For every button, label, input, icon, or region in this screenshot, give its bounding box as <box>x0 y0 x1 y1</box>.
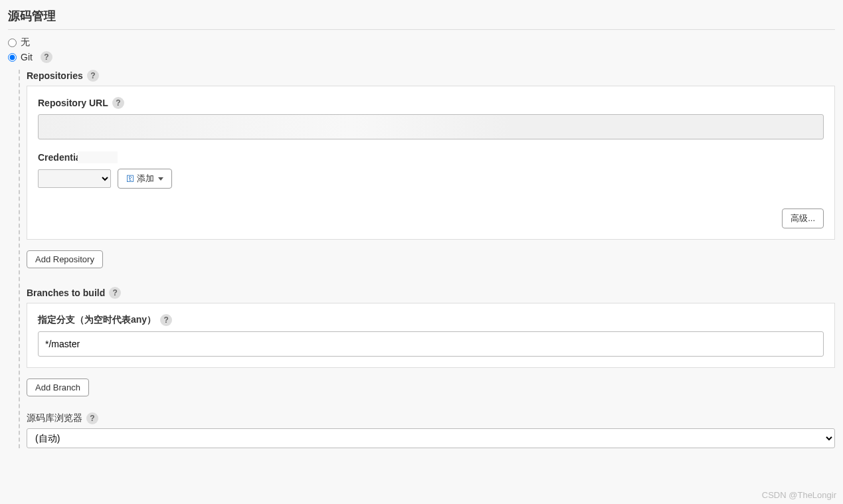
repo-browser-label-text: 源码库浏览器 <box>27 412 82 424</box>
repository-url-input[interactable] <box>38 114 824 139</box>
add-branch-button[interactable]: Add Branch <box>27 378 89 396</box>
repository-box: Repository URL ? Credentials ? ⚿ 添加 高级..… <box>27 86 835 240</box>
branch-box-wrapper: X 指定分支（为空时代表any） ? <box>27 303 835 368</box>
credentials-row: ⚿ 添加 <box>38 169 824 189</box>
branch-specifier-input[interactable] <box>38 331 824 357</box>
add-credentials-label: 添加 <box>137 173 154 185</box>
repository-url-label-text: Repository URL <box>38 98 108 108</box>
scm-git-radio[interactable] <box>8 53 17 62</box>
scm-none-radio[interactable] <box>8 39 17 47</box>
help-icon[interactable]: ? <box>86 412 98 424</box>
branch-box: 指定分支（为空时代表any） ? <box>27 303 835 368</box>
help-icon[interactable]: ? <box>112 97 124 109</box>
scm-git-row: Git ? <box>8 51 835 63</box>
repo-browser-label: 源码库浏览器 ? <box>27 412 835 424</box>
scm-none-label[interactable]: 无 <box>21 37 30 48</box>
help-icon[interactable]: ? <box>109 287 121 299</box>
scm-none-row: 无 <box>8 37 835 48</box>
section-title: 源码管理 <box>8 8 835 30</box>
repositories-label: Repositories ? <box>27 70 835 82</box>
git-config-section: Repositories ? Repository URL ? Credenti… <box>19 70 835 448</box>
repo-browser-select[interactable]: (自动) <box>27 428 835 448</box>
chevron-down-icon <box>158 177 163 181</box>
credentials-label: Credentials ? <box>38 151 824 163</box>
help-icon[interactable]: ? <box>160 314 172 326</box>
advanced-row: 高级... <box>38 209 824 228</box>
branch-specifier-label-text: 指定分支（为空时代表any） <box>38 314 156 326</box>
key-icon: ⚿ <box>126 174 134 183</box>
repositories-label-text: Repositories <box>27 70 83 81</box>
repository-url-label: Repository URL ? <box>38 97 824 109</box>
credentials-select[interactable] <box>38 169 111 188</box>
branch-specifier-label: 指定分支（为空时代表any） ? <box>38 314 824 326</box>
advanced-button[interactable]: 高级... <box>782 209 824 228</box>
add-credentials-button[interactable]: ⚿ 添加 <box>118 169 172 189</box>
credentials-label-text: Credentials <box>38 152 88 163</box>
branches-label: Branches to build ? <box>27 287 835 299</box>
branches-label-text: Branches to build <box>27 288 105 298</box>
scm-git-label[interactable]: Git <box>21 52 33 62</box>
help-icon[interactable]: ? <box>41 51 52 63</box>
help-icon[interactable]: ? <box>87 70 99 82</box>
add-repository-button[interactable]: Add Repository <box>27 250 103 268</box>
